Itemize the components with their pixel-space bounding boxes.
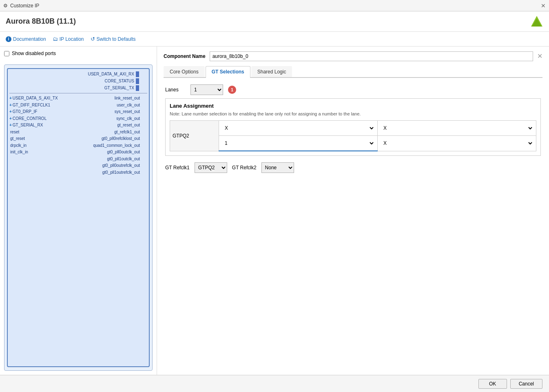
lane-assignment-section: Lane Assignment Note: Lane number select… [165, 98, 541, 156]
page-title: Aurora 8B10B (11.1) [6, 17, 76, 26]
gt-refclk2-label: GT Refclk2 [232, 165, 257, 171]
port-sys-reset-out: sys_reset_out [66, 109, 140, 115]
lane-note: Note: Lane number selection is for enabl… [170, 111, 536, 116]
app-icon: ⚙ [3, 3, 8, 9]
port-quad1-common-lock-out: quad1_common_lock_out [66, 142, 140, 149]
ip-location-label: IP Location [60, 36, 84, 42]
port-sync-clk-out: sync_clk_out [66, 115, 140, 122]
close-button[interactable]: ✕ [541, 3, 546, 9]
lanes-row: Lanes 1 2 3 4 1 [165, 84, 541, 95]
right-panel: Component Name ✕ Core Options GT Selecti… [157, 47, 549, 375]
switch-defaults-label: Switch to Defaults [97, 36, 136, 42]
table-row-data: 1 X 2 3 X 1 2 [170, 136, 536, 151]
documentation-button[interactable]: i Documentation [6, 36, 46, 42]
toolbar: i Documentation 🗂 IP Location ↺ Switch t… [0, 32, 549, 47]
tab-shared-logic[interactable]: Shared Logic [251, 66, 292, 77]
lane-col2-select-cell: X 1 2 3 [378, 121, 536, 136]
lane-col2-select-1[interactable]: X 1 2 3 [380, 122, 534, 134]
port-gt-serial-rx: + GT_SERIAL_RX [9, 122, 66, 129]
lane-col1-active-cell: 1 X 2 3 [219, 136, 378, 151]
port-reset: reset [9, 129, 66, 136]
tab-gt-selections[interactable]: GT Selections [206, 66, 250, 78]
port-gt-refclk1-out: gt_refclk1_out [66, 129, 140, 136]
lanes-select[interactable]: 1 2 3 4 [190, 84, 223, 95]
lane-col1-select-1[interactable]: X 1 2 3 [221, 122, 375, 134]
port-gt0-drp-if: + GT0_DRP_IF [9, 109, 66, 115]
lane-table: GTPQ2 X 1 2 3 [170, 120, 536, 151]
titlebar: ⚙ Customize IP ✕ [0, 0, 549, 11]
gt-refclk-row: GT Refclk1 GTPQ2 None GT Refclk2 None GT… [165, 162, 541, 173]
port-core-status: CORE_STATUS [9, 78, 140, 84]
port-link-reset-out: link_reset_out [66, 95, 140, 102]
vivado-logo [530, 15, 543, 28]
component-name-input[interactable] [210, 51, 533, 61]
port-gt-reset-out: gt_reset_out [66, 122, 140, 129]
component-name-label: Component Name [164, 53, 206, 59]
bottom-bar: OK Cancel [0, 375, 549, 392]
lane-assignment-title: Lane Assignment [170, 103, 536, 109]
gt-refclk1-label: GT Refclk1 [165, 165, 190, 171]
port-user-clk-out: user_clk_out [66, 102, 140, 109]
port-user-data-s-axi-tx: + USER_DATA_S_AXI_TX [9, 95, 66, 102]
lane-col1-select-2[interactable]: 1 X 2 3 [221, 137, 375, 149]
table-row-header: GTPQ2 X 1 2 3 [170, 121, 536, 136]
component-name-row: Component Name ✕ [164, 51, 542, 61]
info-icon: i [6, 36, 11, 42]
port-gt0-pll0outclk-out: gt0_pll0outclk_out [66, 149, 140, 156]
documentation-label: Documentation [13, 36, 46, 42]
tab-core-options[interactable]: Core Options [164, 66, 205, 77]
lane-col2-select-cell-2: X 1 2 3 [378, 136, 536, 151]
component-name-clear-button[interactable]: ✕ [537, 53, 542, 60]
switch-defaults-button[interactable]: ↺ Switch to Defaults [91, 36, 136, 42]
port-gt-serial-tx: GT_SERIAL_TX [9, 84, 140, 91]
port-gt0-pll1outclk-out: gt0_pll1outclk_out [66, 156, 140, 163]
port-gt0-pll0refclklost-out: gt0_pll0refclklost_out [66, 135, 140, 142]
show-disabled-label: Show disabled ports [12, 51, 56, 56]
tabs: Core Options GT Selections Shared Logic [164, 66, 542, 78]
header: Aurora 8B10B (11.1) [0, 11, 549, 32]
main-layout: Show disabled ports USER_DATA_M_AXI_RX C… [0, 47, 549, 375]
lane-col2-select-2[interactable]: X 1 2 3 [380, 137, 534, 149]
lane-badge: 1 [228, 86, 236, 94]
ok-button[interactable]: OK [478, 379, 507, 389]
port-gt0-pll1outrefclk-out: gt0_pll1outrefclk_out [66, 169, 140, 176]
port-gt-diff-refclk1: + GT_DIFF_REFCLK1 [9, 102, 66, 109]
show-disabled-row: Show disabled ports [4, 51, 153, 56]
port-gt-reset: gt_reset [9, 135, 66, 142]
gt-refclk2-select[interactable]: None GTPQ2 [261, 162, 294, 173]
cancel-button[interactable]: Cancel [510, 379, 542, 389]
port-init-clk-in: init_clk_in [9, 149, 66, 156]
titlebar-title: Customize IP [10, 3, 39, 9]
ip-location-button[interactable]: 🗂 IP Location [53, 36, 84, 42]
diagram-inner: USER_DATA_M_AXI_RX CORE_STATUS GT_SERIAL… [7, 68, 150, 367]
lane-col1-select-cell: X 1 2 3 [219, 121, 378, 136]
port-gt0-pll0outrefclk-out: gt0_pll0outrefclk_out [66, 162, 140, 169]
gt-refclk1-select[interactable]: GTPQ2 None [195, 162, 227, 173]
folder-icon: 🗂 [53, 36, 58, 42]
refresh-icon: ↺ [91, 36, 95, 42]
left-panel: Show disabled ports USER_DATA_M_AXI_RX C… [0, 47, 157, 375]
show-disabled-checkbox[interactable] [4, 51, 9, 56]
gtpq2-label: GTPQ2 [170, 121, 219, 151]
component-diagram: USER_DATA_M_AXI_RX CORE_STATUS GT_SERIAL… [4, 64, 153, 371]
gt-selections-content: Lanes 1 2 3 4 1 Lane Assignment Note: La… [164, 84, 542, 173]
port-user-data-m-axi-rx: USER_DATA_M_AXI_RX [9, 71, 140, 78]
port-drpclk-in: drpclk_in [9, 142, 66, 149]
port-core-control: + CORE_CONTROL [9, 115, 66, 122]
lanes-label: Lanes [165, 87, 186, 93]
